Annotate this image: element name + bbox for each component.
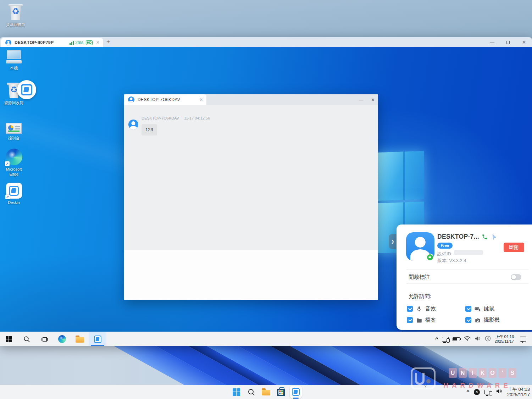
chat-avatar-icon (128, 96, 134, 103)
watermark: ⋎ UNIKO'S HARDWARE (408, 365, 525, 397)
annotation-label: 開啟標註 (409, 274, 430, 281)
chat-tab-title: DESKTOP-7O6KDAV (138, 97, 199, 102)
remote-clock[interactable]: 上午 04:13 2025/11/17 (495, 334, 514, 344)
permission-camera[interactable]: 攝影機 (465, 317, 500, 323)
active-app-indicator (91, 345, 104, 346)
remote-explorer-icon[interactable] (71, 332, 89, 346)
active-app-indicator (293, 398, 299, 399)
plan-badge: Free (437, 243, 453, 249)
panel-collapse-arrow[interactable]: ❯ (389, 234, 397, 249)
session-tab-close-icon[interactable]: ✕ (96, 40, 100, 45)
permission-audio[interactable]: 音效 (407, 305, 436, 312)
chat-tab[interactable]: DESKTOP-7O6KDAV ✕ (124, 94, 206, 105)
checkbox-checked[interactable] (465, 317, 471, 323)
desktop-icon-edge[interactable]: ↗ Microsoft Edge (0, 149, 28, 177)
tray-expand-icon[interactable]: ^ (435, 337, 438, 342)
maximize-button[interactable] (500, 40, 516, 45)
battery-icon[interactable] (453, 337, 460, 341)
message-avatar-icon (128, 120, 138, 129)
recycle-bin-art: ♻ (9, 4, 23, 21)
chat-input-area[interactable] (124, 250, 378, 300)
chat-message-area: DESKTOP-7O6KDAV11-17 04:12:56 123 (124, 105, 378, 250)
permission-keyboard-mouse[interactable]: 鍵鼠 (465, 305, 494, 312)
host-recycle-bin-label: 資源回收筒 (6, 22, 26, 27)
checkbox-checked[interactable] (407, 317, 413, 323)
device-name: DESKTOP-7... (437, 233, 479, 240)
host-start-button[interactable] (229, 385, 244, 399)
host-recycle-bin-icon[interactable]: ♻ 資源回收筒 (2, 4, 29, 27)
signal-strength-icon (70, 41, 74, 45)
checkbox-checked[interactable] (465, 306, 471, 312)
host-wallpaper-top (0, 0, 532, 39)
camera-icon (474, 317, 481, 323)
remote-desktop: 本機 ♻ 資源回收筒 控制台 ↗ Microsoft Edge (0, 47, 532, 346)
message-sender: DESKTOP-7O6KDAV (142, 116, 179, 120)
message-timestamp: 11-17 04:12:56 (184, 116, 210, 120)
watermark-logo: ⋎ (411, 367, 436, 389)
desktop-icon-control-panel[interactable]: 控制台 (0, 120, 28, 140)
remote-cursor-icon[interactable] (491, 233, 497, 239)
remote-edge-icon[interactable] (53, 332, 71, 346)
remote-session-window: DESKTOP-II0P79P 2ms HD ✕ + — ✕ 本機 ♻ (0, 37, 532, 346)
watermark-line1: UNIKO'S (449, 368, 516, 378)
notification-icon[interactable] (520, 337, 526, 342)
message-bubble: 123 (142, 124, 157, 135)
chat-close-button[interactable]: ✕ (371, 97, 375, 102)
close-button[interactable]: ✕ (516, 40, 532, 45)
chat-message: DESKTOP-7O6KDAV11-17 04:12:56 123 (128, 116, 210, 135)
annotation-toggle[interactable] (511, 274, 521, 280)
wifi-icon[interactable] (464, 336, 471, 342)
speaker-icon[interactable] (475, 336, 481, 343)
allow-access-label: 允許訪問: (409, 293, 431, 300)
divider (406, 283, 528, 284)
watermark-line2: HARDWARE (443, 382, 511, 389)
voice-call-icon[interactable] (482, 234, 488, 240)
folder-icon (416, 317, 422, 323)
deskin-tray-icon[interactable] (485, 336, 491, 343)
host-store-icon[interactable] (273, 385, 288, 399)
remote-session-title: DESKTOP-II0P79P (15, 40, 70, 45)
hd-quality-badge[interactable]: HD (86, 40, 93, 45)
control-panel-art (6, 123, 22, 134)
cast-tray-icon[interactable] (442, 337, 449, 342)
chat-minimize-button[interactable]: — (359, 97, 363, 102)
this-pc-art (6, 49, 22, 64)
deskin-control-panel: DESKTOP-7... Free 設備ID: 版本: V3.3.2.4 斷開 … (397, 225, 532, 330)
desktop-icon-this-pc[interactable]: 本機 (0, 49, 28, 71)
device-id-label: 設備ID: (437, 251, 453, 257)
remote-session-tab[interactable]: DESKTOP-II0P79P 2ms HD ✕ (1, 38, 103, 47)
chat-window: DESKTOP-7O6KDAV ✕ — ✕ DESKTOP-7O6KDAV11-… (124, 94, 378, 300)
session-avatar-icon (5, 40, 11, 46)
host-explorer-icon[interactable] (259, 385, 273, 399)
desktop-icon-deskin[interactable]: ↗ Deskin (0, 183, 28, 205)
device-id-value (454, 250, 483, 255)
permission-files[interactable]: 檔案 (407, 317, 436, 323)
divider (406, 269, 528, 270)
host-deskin-icon[interactable] (288, 385, 303, 399)
minimize-button[interactable]: — (484, 40, 500, 45)
checkbox-checked[interactable] (407, 306, 413, 312)
remote-search-button[interactable] (18, 332, 35, 346)
deskin-floating-ball[interactable] (17, 80, 36, 99)
host-search-button[interactable] (244, 385, 259, 399)
microphone-icon (416, 305, 422, 312)
deskin-art: ↗ (6, 183, 22, 199)
edge-art: ↗ (6, 149, 22, 165)
remote-window-titlebar: DESKTOP-II0P79P 2ms HD ✕ + — ✕ (0, 37, 532, 47)
remote-deskin-taskbar-icon[interactable] (89, 332, 106, 346)
latency-value: 2ms (75, 40, 83, 45)
disconnect-button[interactable]: 斷開 (504, 243, 524, 252)
keyboard-mouse-icon (474, 305, 481, 312)
online-status-badge (426, 254, 434, 261)
remote-taskbar: ^ 上午 04:13 2025/11/17 (0, 332, 532, 346)
chat-tab-close-icon[interactable]: ✕ (199, 97, 203, 102)
chat-titlebar: DESKTOP-7O6KDAV ✕ — ✕ (124, 94, 378, 105)
version-label: 版本: V3.3.2.4 (437, 257, 466, 264)
new-session-tab-button[interactable]: + (106, 38, 110, 45)
remote-start-button[interactable] (0, 332, 18, 346)
remote-task-view-button[interactable] (35, 332, 53, 346)
